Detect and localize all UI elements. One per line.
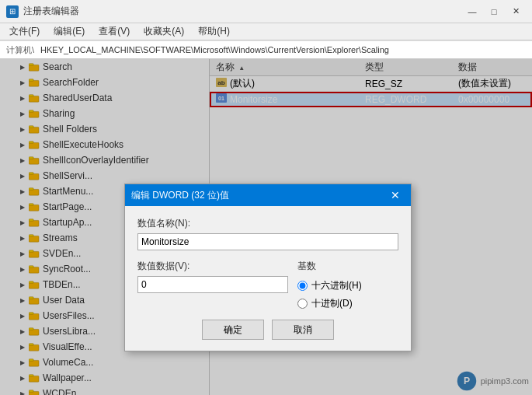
radio-hex[interactable]: 十六进制(H) [297,279,398,292]
dialog-value-section: 数值数据(V): [137,260,288,310]
radio-hex-label: 十六进制(H) [311,279,362,292]
base-label: 基数 [297,260,398,273]
edit-dialog: 编辑 DWORD (32 位)值 ✕ 数值名称(N): 数值数据(V): 基数 [124,184,412,351]
dialog-name-label: 数值名称(N): [137,217,398,230]
dialog-title-text: 编辑 DWORD (32 位)值 [131,189,386,202]
close-button[interactable]: ✕ [506,4,526,19]
radio-dec[interactable]: 十进制(D) [297,297,398,310]
dialog-body: 数值名称(N): 数值数据(V): 基数 十六进制(H) [125,206,411,351]
dialog-cancel-button[interactable]: 取消 [272,320,334,340]
menu-edit[interactable]: 编辑(E) [47,23,91,40]
minimize-button[interactable]: — [462,4,482,19]
main-area: ▶ Search▶ SearchFolder▶ SharedUserData▶ … [0,59,532,395]
dialog-overlay: 编辑 DWORD (32 位)值 ✕ 数值名称(N): 数值数据(V): 基数 [0,59,532,395]
dialog-row: 数值数据(V): 基数 十六进制(H) 十进制(D) [137,260,398,310]
dialog-close-button[interactable]: ✕ [386,187,405,203]
menu-favorites[interactable]: 收藏夹(A) [137,23,190,40]
dialog-buttons: 确定 取消 [137,320,398,340]
title-bar-buttons: — □ ✕ [462,4,526,19]
address-bar: 计算机\ HKEY_LOCAL_MACHINE\SOFTWARE\Microso… [0,40,532,59]
menu-help[interactable]: 帮助(H) [192,23,236,40]
maximize-button[interactable]: □ [484,4,504,19]
menu-view[interactable]: 查看(V) [92,23,136,40]
dialog-value-label: 数值数据(V): [137,260,288,273]
address-label: 计算机\ [6,44,34,56]
dialog-value-input[interactable] [137,276,288,293]
radio-group: 十六进制(H) 十进制(D) [297,279,398,310]
dialog-base-section: 基数 十六进制(H) 十进制(D) [297,260,398,310]
menu-file[interactable]: 文件(F) [3,23,46,40]
radio-dec-label: 十进制(D) [311,297,353,310]
dialog-name-input[interactable] [137,233,398,250]
dialog-ok-button[interactable]: 确定 [202,320,264,340]
radio-dec-input[interactable] [297,299,308,309]
title-bar: ⊞ 注册表编辑器 — □ ✕ [0,0,532,23]
radio-hex-input[interactable] [297,281,308,291]
address-path: HKEY_LOCAL_MACHINE\SOFTWARE\Microsoft\Wi… [40,45,389,54]
menu-bar: 文件(F) 编辑(E) 查看(V) 收藏夹(A) 帮助(H) [0,23,532,40]
dialog-title-bar: 编辑 DWORD (32 位)值 ✕ [125,184,411,206]
title-bar-text: 注册表编辑器 [23,5,462,18]
app-icon: ⊞ [6,5,19,18]
